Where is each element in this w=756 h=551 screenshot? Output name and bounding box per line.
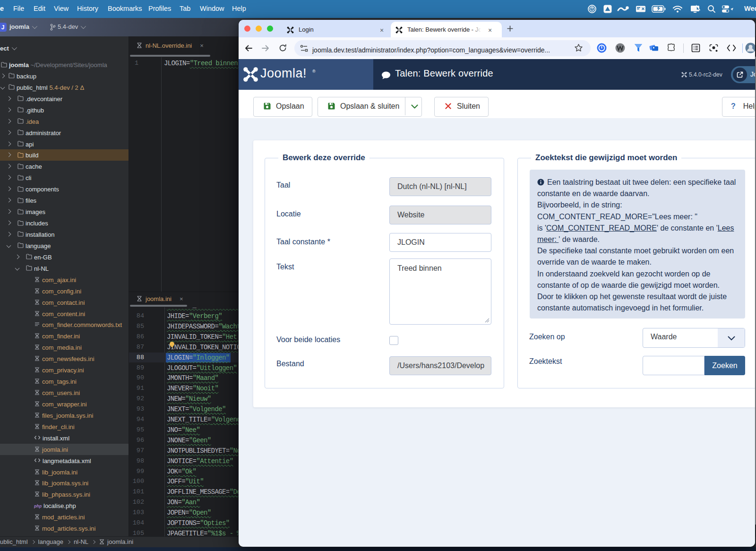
svg-text:J: J — [1, 24, 5, 31]
svg-text:php: php — [34, 504, 42, 508]
